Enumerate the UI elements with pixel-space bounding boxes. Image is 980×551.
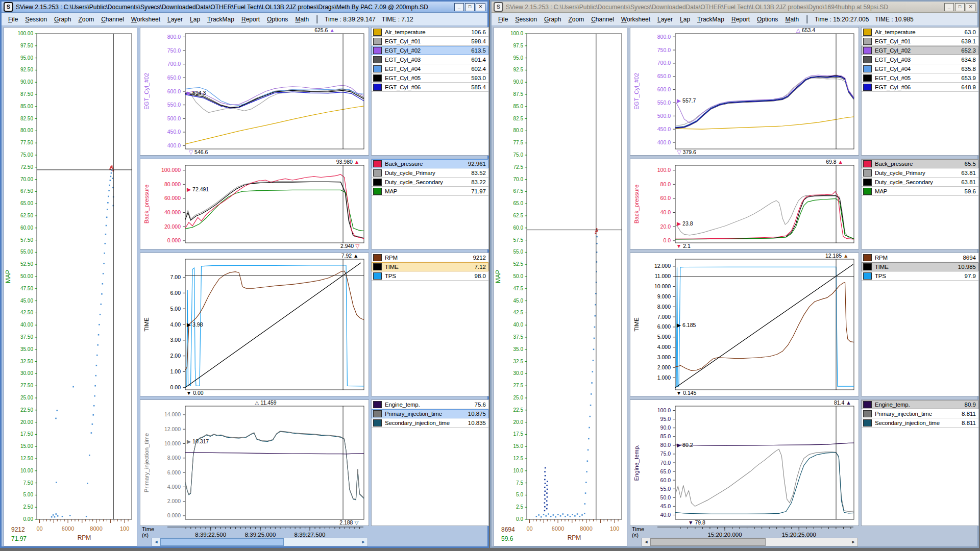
menu-item-session[interactable]: Session [21,15,51,24]
legend-row-duty-cycle-primary[interactable]: Duty_cycle_Primary63.81 [862,168,978,178]
maximize-button[interactable]: □ [465,3,475,11]
menu-item-math[interactable]: Math [781,15,802,24]
legend-row-egt-cyl-02[interactable]: EGT_Cyl_#02652.3 [862,46,978,55]
menu-item-zoom[interactable]: Zoom [75,15,97,24]
menu-item-options[interactable]: Options [753,15,781,24]
svg-text:7.50: 7.50 [23,480,34,486]
legend-row-secondary-injection-time[interactable]: Secondary_injection_time8.811 [862,418,978,428]
menu-item-math[interactable]: Math [291,15,312,24]
svg-text:75.0: 75.0 [513,152,524,158]
legend-row-back-pressure[interactable]: Back_pressure65.5 [862,159,978,168]
svg-text:60.00: 60.00 [20,225,33,231]
scatter-panel[interactable]: 0.02.55.07.510.012.515.017.520.022.525.0… [494,27,627,546]
maximize-button[interactable]: □ [955,3,965,11]
menu-item-trackmap[interactable]: TrackMap [204,15,238,24]
legend-row-egt-cyl-01[interactable]: EGT_Cyl_#01639.1 [862,37,978,46]
legend-row-egt-cyl-06[interactable]: EGT_Cyl_#06585.4 [372,83,488,92]
legend-row-egt-cyl-01[interactable]: EGT_Cyl_#01598.4 [372,37,488,46]
menu-item-report[interactable]: Report [728,15,753,24]
chart-back-pressure[interactable]: Back_pressure100.080.060.040.020.00.069.… [630,159,859,249]
legend-row-back-pressure[interactable]: Back_pressure92.961 [372,159,488,168]
menu-item-worksheet[interactable]: Worksheet [618,15,654,24]
scroll-right-arrow[interactable]: ► [849,538,857,546]
legend-row-egt-cyl-03[interactable]: EGT_Cyl_#03634.8 [862,55,978,64]
legend-row-egt-cyl-05[interactable]: EGT_Cyl_#05593.0 [372,73,488,83]
legend-row-air-temperature[interactable]: Air_temperature106.6 [372,28,488,37]
legend-row-time[interactable]: TIME10.985 [862,262,978,271]
menu-item-lap[interactable]: Lap [676,15,694,24]
legend-row-rpm[interactable]: RPM9212 [372,253,488,262]
minimize-button[interactable]: _ [454,3,464,11]
legend-row-egt-cyl-04[interactable]: EGT_Cyl_#04602.4 [372,64,488,73]
chart-egt-cyl-02[interactable]: EGT_Cyl_#02800.0750.0700.0650.0600.0550.… [140,27,369,156]
legend-row-tps[interactable]: TPS97.9 [862,271,978,281]
scrollbar-track[interactable] [160,538,359,546]
menu-item-graph[interactable]: Graph [541,15,565,24]
menu-item-layer[interactable]: Layer [654,15,676,24]
title-bar[interactable]: SSView 2.15.253 : C:\Users\Public\Docume… [2,2,487,13]
legend-row-duty-cycle-primary[interactable]: Duty_cycle_Primary83.52 [372,168,488,178]
chart-canvas[interactable]: TIME12.00011.00010.0009.0008.0007.0006.0… [630,253,859,396]
legend-row-tps[interactable]: TPS98.0 [372,271,488,281]
close-button[interactable]: ✕ [476,3,485,11]
menu-item-channel[interactable]: Channel [97,15,128,24]
legend-row-primary-injection-time[interactable]: Primary_injection_time8.811 [862,409,978,418]
legend-row-time[interactable]: TIME7.12 [372,262,488,271]
scrollbar-thumb[interactable] [650,538,766,546]
chart-back-pressure[interactable]: Back_pressure100.00080.00060.00040.00020… [140,159,369,249]
legend-row-map[interactable]: MAP71.97 [372,187,488,196]
menu-item-file[interactable]: File [495,15,511,24]
chart-canvas[interactable]: Back_pressure100.00080.00060.00040.00020… [140,159,369,249]
legend-row-egt-cyl-04[interactable]: EGT_Cyl_#04635.8 [862,64,978,73]
legend-row-egt-cyl-06[interactable]: EGT_Cyl_#06648.9 [862,83,978,92]
menu-item-channel[interactable]: Channel [587,15,618,24]
menu-item-trackmap[interactable]: TrackMap [694,15,728,24]
legend-row-egt-cyl-02[interactable]: EGT_Cyl_#02613.5 [372,46,488,55]
menu-item-zoom[interactable]: Zoom [565,15,587,24]
title-bar[interactable]: SSView 2.15.253 : C:\Users\Public\Docume… [492,2,977,13]
chart-engine-temp-[interactable]: Engine_temp.100.095.090.085.080.075.070.… [630,399,859,526]
chart-egt-cyl-02[interactable]: EGT_Cyl_#02800.0750.0700.0650.0600.0550.… [630,27,859,156]
legend-row-engine-temp-[interactable]: Engine_temp.80.9 [862,400,978,409]
menu-item-file[interactable]: File [5,15,21,24]
scroll-left-arrow[interactable]: ◄ [642,538,650,546]
menu-item-graph[interactable]: Graph [51,15,75,24]
chart-canvas[interactable]: Primary_injection_time14.00012.00010.000… [140,400,369,525]
chart-canvas[interactable]: TIME7.006.005.004.003.002.001.000.007.92… [140,253,369,396]
chart-canvas[interactable]: Engine_temp.100.095.090.085.080.075.070.… [630,400,859,525]
chart-canvas[interactable]: Back_pressure100.080.060.040.020.00.069.… [630,159,859,249]
legend-row-rpm[interactable]: RPM8694 [862,253,978,262]
legend-row-engine-temp-[interactable]: Engine_temp.75.6 [372,400,488,409]
menu-item-lap[interactable]: Lap [186,15,204,24]
legend-row-map[interactable]: MAP59.6 [862,187,978,196]
chart-canvas[interactable]: EGT_Cyl_#02800.0750.0700.0650.0600.0550.… [630,28,859,155]
menu-item-layer[interactable]: Layer [164,15,186,24]
scrollbar-track[interactable] [650,538,849,546]
scroll-right-arrow[interactable]: ► [359,538,368,546]
legend-row-egt-cyl-05[interactable]: EGT_Cyl_#05653.9 [862,73,978,83]
legend-row-egt-cyl-03[interactable]: EGT_Cyl_#03601.4 [372,55,488,64]
legend-row-duty-cycle-secondary[interactable]: Duty_cycle_Secondary63.81 [862,178,978,187]
legend-row-primary-injection-time[interactable]: Primary_injection_time10.875 [372,409,488,418]
legend-row-secondary-injection-time[interactable]: Secondary_injection_time10.835 [372,418,488,428]
minimize-button[interactable]: _ [944,3,954,11]
chart-time[interactable]: TIME7.006.005.004.003.002.001.000.007.92… [140,253,369,396]
menu-item-report[interactable]: Report [238,15,263,24]
scatter-panel[interactable]: 0.002.505.007.5010.0012.5015.0017.5020.0… [4,27,137,546]
menu-item-worksheet[interactable]: Worksheet [128,15,164,24]
close-button[interactable]: ✕ [966,3,975,11]
legend-row-duty-cycle-secondary[interactable]: Duty_cycle_Secondary83.22 [372,178,488,187]
menu-item-session[interactable]: Session [511,15,541,24]
scrollbar-thumb[interactable] [160,538,284,546]
chart-canvas[interactable]: EGT_Cyl_#02800.0750.0700.0650.0600.0550.… [140,28,369,155]
scatter-plot[interactable]: 0.002.505.007.5010.0012.5015.0017.5020.0… [4,28,137,546]
menu-item-options[interactable]: Options [263,15,291,24]
horizontal-scrollbar[interactable]: ◄► [642,538,858,546]
channel-name: TIME [875,264,958,270]
scatter-plot[interactable]: 0.02.55.07.510.012.515.017.520.022.525.0… [494,28,627,546]
chart-time[interactable]: TIME12.00011.00010.0009.0008.0007.0006.0… [630,253,859,396]
chart-primary-injection-time[interactable]: Primary_injection_time14.00012.00010.000… [140,399,369,526]
scroll-left-arrow[interactable]: ◄ [152,538,160,546]
legend-row-air-temperature[interactable]: Air_temperature63.0 [862,28,978,37]
horizontal-scrollbar[interactable]: ◄► [152,538,368,546]
